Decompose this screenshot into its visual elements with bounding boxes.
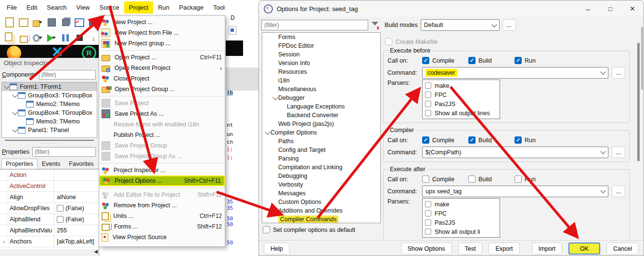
parser-checkbox[interactable] <box>425 201 431 207</box>
options-tree-row[interactable]: Compiler Options <box>262 128 380 137</box>
properties-tab[interactable]: Favorites <box>64 159 98 169</box>
options-tree-row[interactable]: Session <box>262 50 380 59</box>
options-tree-row[interactable]: Version Info <box>262 59 380 67</box>
menu-item[interactable]: Add Editor File to Project Shift+F11 <box>99 189 225 200</box>
footer-button[interactable]: Show Options <box>401 243 452 255</box>
menu-item[interactable]: Save Project <box>99 98 225 108</box>
chevron-down-icon[interactable] <box>12 109 17 115</box>
parser-item[interactable]: Show all output lines <box>423 108 500 118</box>
tree-scrollbar[interactable] <box>641 27 643 90</box>
x-app-icon[interactable] <box>50 46 64 58</box>
chevron-down-icon[interactable] <box>265 129 270 135</box>
options-tree-row[interactable]: Language Exceptions <box>262 102 380 111</box>
call-on-checkbox[interactable] <box>515 175 522 183</box>
menu-item[interactable]: Project Inspector ... <box>99 165 225 175</box>
component-tree-row[interactable]: GroupBox4: TGroupBox <box>2 108 97 117</box>
parser-item[interactable]: make <box>423 81 500 90</box>
call-on-checkbox[interactable] <box>422 57 429 64</box>
menubar-item[interactable]: Project <box>124 1 153 13</box>
parser-checkbox[interactable] <box>425 219 431 226</box>
menu-item[interactable]: Remove from Project ... <box>99 200 225 211</box>
menu-item[interactable]: Close Project <box>99 73 225 84</box>
menu-item[interactable]: Save Project Group As ... <box>99 151 225 162</box>
chevron-down-icon[interactable] <box>12 92 17 97</box>
menu-item[interactable]: Open Project ... Ctrl+F11 <box>99 52 225 63</box>
options-tree-row[interactable]: Additions and Overrides <box>262 206 380 215</box>
firefox-icon[interactable] <box>7 46 21 58</box>
menu-item[interactable]: New Project from File ... <box>99 27 225 38</box>
parser-checkbox[interactable] <box>425 92 431 98</box>
dropdown-caret-icon[interactable] <box>39 21 42 24</box>
tab-scroll-icon[interactable] <box>94 249 98 254</box>
options-tree-row[interactable]: Forms <box>262 33 380 41</box>
options-tree-row[interactable]: Custom Options <box>262 198 380 206</box>
property-row[interactable]: AlphaBlendValu 255 <box>0 225 99 236</box>
property-checkbox[interactable] <box>57 216 64 223</box>
options-tree-row[interactable]: Verbosity <box>262 180 380 189</box>
property-row[interactable]: AllowDropFiles (False) <box>0 203 99 214</box>
options-tree-row[interactable]: Backend Converter <box>262 111 380 120</box>
dialog-scrollbar[interactable] <box>637 43 640 161</box>
properties-tab[interactable]: Properties <box>1 159 38 169</box>
parser-item[interactable]: Show all output li <box>423 227 500 236</box>
chevron-down-icon[interactable] <box>4 83 9 89</box>
property-row[interactable]: › Anchors [akTop,akLeft] <box>0 236 99 247</box>
parser-item[interactable]: Pas2JS <box>423 218 500 227</box>
command-combobox[interactable]: $(CompPath) <box>422 147 608 158</box>
menu-item[interactable]: Project Options ... Shift+Ctrl+F11 <box>99 175 225 186</box>
minimize-button[interactable] <box>577 0 599 17</box>
parser-checkbox[interactable] <box>425 82 431 89</box>
menu-item[interactable]: Save Project Group <box>99 140 225 151</box>
properties-tab[interactable]: Events <box>38 159 64 169</box>
menu-item[interactable]: New Project ... <box>99 17 225 27</box>
menubar-item[interactable]: View <box>72 1 95 13</box>
footer-button[interactable]: Cancel <box>606 243 639 255</box>
component-tree-row[interactable]: Form1: TForm1 <box>2 82 97 91</box>
component-tree-row[interactable]: Panel1: TPanel <box>2 126 97 135</box>
set-default-checkbox[interactable] <box>263 226 270 233</box>
options-tree-row[interactable]: i18n <box>262 76 380 85</box>
options-tree-row[interactable]: Resources <box>262 67 380 76</box>
options-tree-row[interactable]: Paths <box>262 137 380 146</box>
call-on-checkbox[interactable] <box>515 57 522 64</box>
dropdown-caret-icon[interactable] <box>39 37 42 39</box>
options-tree-row[interactable]: Web Project (pas2js) <box>262 120 380 128</box>
command-combobox[interactable]: upx seed_tag <box>422 186 608 197</box>
menubar-item[interactable]: File <box>2 1 22 13</box>
property-row[interactable]: Align alNone <box>0 192 99 203</box>
footer-button[interactable]: Test <box>458 243 483 255</box>
call-on-checkbox[interactable] <box>468 136 476 144</box>
options-tree-row[interactable]: Compilation and Linking <box>262 163 380 172</box>
dropdown-caret-icon[interactable] <box>52 37 56 39</box>
call-on-checkbox[interactable] <box>468 57 476 64</box>
build-modes-combobox[interactable]: Default <box>421 19 500 31</box>
chevron-down-icon[interactable] <box>272 94 278 100</box>
parser-item[interactable]: FPC <box>423 90 500 99</box>
properties-filter-input[interactable] <box>32 147 96 157</box>
options-tree-row[interactable]: Debugging <box>262 172 380 180</box>
command-combobox[interactable]: codesaver <box>422 67 608 79</box>
call-on-checkbox[interactable] <box>422 175 429 183</box>
call-on-checkbox[interactable] <box>468 175 476 183</box>
property-row[interactable]: ActiveControl <box>0 181 99 192</box>
footer-button[interactable]: Export <box>489 243 519 255</box>
maximize-button[interactable] <box>599 0 621 17</box>
options-tree-row[interactable]: Compiler Commands <box>262 215 380 223</box>
options-tree-row[interactable]: Debugger <box>262 94 380 102</box>
create-makefile-checkbox[interactable] <box>385 38 392 45</box>
component-tree-row[interactable]: Memo3: TMemo <box>2 117 97 126</box>
command-browse-button[interactable]: ... <box>612 67 625 79</box>
menu-item[interactable]: Open Recent Project <box>99 63 225 73</box>
chevron-down-icon[interactable] <box>12 127 17 132</box>
menu-item[interactable]: Publish Project ... <box>99 130 225 140</box>
options-tree-row[interactable]: Config and Target <box>262 146 380 154</box>
help-button[interactable]: Help <box>264 243 290 255</box>
menu-item[interactable]: Save Project As ... <box>99 108 225 119</box>
footer-button[interactable]: OK <box>568 243 600 255</box>
menu-item[interactable]: Resave forms with enabled i18n <box>99 119 225 130</box>
components-filter-input[interactable] <box>39 70 96 80</box>
filter-clear-icon[interactable] <box>371 21 379 29</box>
parser-checkbox[interactable] <box>425 229 431 235</box>
parser-checkbox[interactable] <box>425 101 431 107</box>
menubar-item[interactable]: Edit <box>22 1 42 13</box>
